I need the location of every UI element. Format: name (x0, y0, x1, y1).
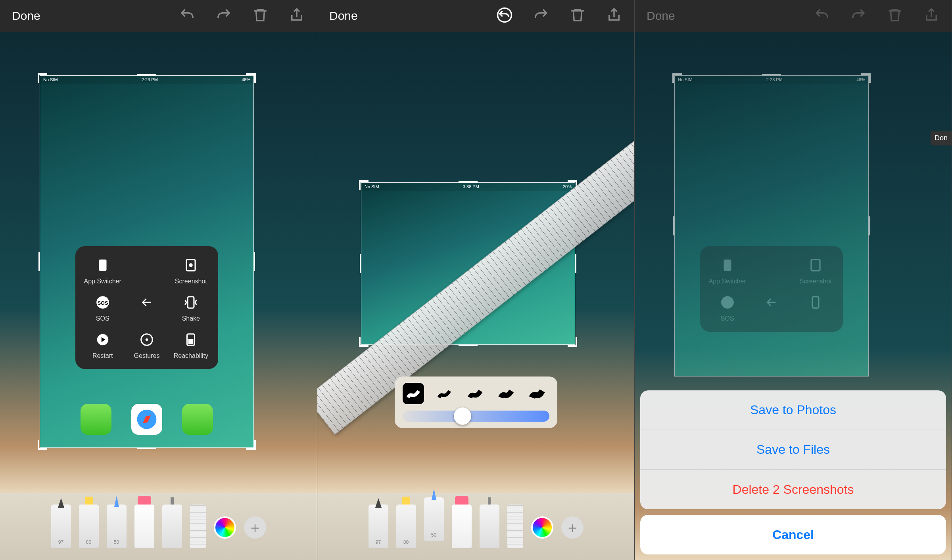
at-reachability[interactable]: Reachability (171, 330, 211, 359)
brush-style-4[interactable] (495, 383, 517, 404)
cancel-button[interactable]: Cancel (640, 515, 946, 554)
add-button[interactable]: ＋ (561, 516, 583, 539)
crop-handle[interactable] (38, 73, 47, 83)
markup-tool-tray: 97 80 50 ＋ (317, 493, 634, 560)
crop-handle[interactable] (459, 344, 478, 346)
pen-tool[interactable]: 97 (51, 505, 71, 548)
crop-handle[interactable] (359, 180, 369, 190)
lasso-tool[interactable] (162, 505, 182, 548)
brush-style-3[interactable] (464, 383, 486, 404)
done-button[interactable]: Done (12, 9, 40, 23)
undo-icon[interactable] (179, 7, 196, 25)
marker-tool[interactable]: 80 (79, 505, 99, 548)
toolbar: Done (635, 0, 952, 32)
toolbar: Done (317, 0, 634, 32)
svg-rect-5 (188, 297, 194, 308)
messages-app-icon (182, 404, 213, 435)
toolbar: Done (0, 0, 317, 32)
done-button[interactable]: Done (329, 9, 358, 23)
at-gestures[interactable]: Gestures (127, 330, 167, 359)
editor-canvas[interactable]: No SIM 3:38 PM 20% (317, 32, 634, 493)
svg-text:SOS: SOS (97, 300, 108, 306)
tool-num: 50 (424, 532, 444, 538)
screenshot-statusbar: No SIM 2:23 PM 46% (40, 76, 253, 84)
crop-handle[interactable] (137, 447, 156, 449)
markup-tool-tray: 97 80 50 ＋ (0, 493, 317, 560)
tool-num: 80 (79, 539, 99, 545)
ruler-tool[interactable] (507, 505, 523, 548)
slider-thumb[interactable] (454, 407, 471, 425)
crop-frame[interactable]: No SIM 2:23 PM 46% App Switcher Screensh… (40, 75, 254, 448)
crop-handle[interactable] (359, 337, 369, 347)
color-picker-button[interactable] (531, 516, 553, 539)
redo-icon (850, 7, 867, 25)
crop-handle (861, 73, 871, 83)
marker-tool[interactable]: 80 (396, 505, 416, 548)
redo-icon[interactable] (215, 7, 232, 25)
at-app-switcher[interactable]: App Switcher (83, 256, 123, 285)
at-shake[interactable]: Shake (171, 293, 211, 322)
done-button: Done (647, 9, 675, 23)
undo-icon[interactable] (496, 7, 513, 25)
at-restart[interactable]: Restart (83, 330, 123, 359)
at-screenshot[interactable]: Screenshot (171, 256, 211, 285)
redo-icon[interactable] (533, 7, 549, 25)
action-sheet-options: Save to Photos Save to Files Delete 2 Sc… (640, 390, 946, 509)
brush-style-2[interactable] (434, 383, 455, 404)
tool-num: 97 (51, 539, 71, 545)
svg-rect-14 (811, 260, 820, 271)
crop-handle[interactable] (137, 74, 156, 76)
at-back[interactable] (127, 293, 167, 322)
brush-style-1[interactable] (403, 383, 424, 404)
crop-handle[interactable] (360, 254, 361, 273)
crop-handle[interactable] (246, 73, 256, 83)
pen-tool[interactable]: 97 (369, 505, 388, 548)
screenshot-statusbar: No SIM 2:23 PM 46% (675, 76, 868, 84)
time-text: 2:23 PM (142, 77, 158, 82)
color-picker-button[interactable] (214, 516, 236, 539)
svg-rect-16 (812, 297, 819, 308)
lasso-tool[interactable] (480, 505, 499, 548)
tool-num: 80 (396, 539, 416, 545)
phone-app-icon (81, 404, 111, 435)
trash-icon[interactable] (252, 7, 269, 25)
crop-handle[interactable] (575, 254, 576, 273)
brush-style-5[interactable] (526, 383, 548, 404)
trash-icon (887, 7, 903, 25)
share-icon[interactable] (606, 7, 622, 25)
tool-num: 97 (369, 539, 388, 545)
eraser-tool[interactable] (134, 505, 154, 548)
save-to-photos-button[interactable]: Save to Photos (640, 390, 946, 430)
save-to-files-button[interactable]: Save to Files (640, 430, 946, 470)
toolbar-actions (179, 7, 305, 25)
crop-handle[interactable] (568, 337, 577, 347)
brush-size-slider[interactable] (403, 411, 549, 422)
assistive-touch-menu: App Switcher Screenshot SOS (700, 246, 843, 332)
trash-icon[interactable] (569, 7, 586, 25)
dock (40, 404, 253, 440)
share-icon (923, 7, 940, 25)
pencil-tool[interactable]: 50 (107, 505, 127, 548)
at-label: Restart (92, 352, 113, 359)
svg-rect-10 (188, 339, 194, 344)
editor-canvas[interactable]: No SIM 2:23 PM 46% App Switcher Screensh… (0, 32, 317, 493)
svg-point-15 (721, 296, 734, 309)
crop-handle[interactable] (459, 181, 478, 183)
ruler-tool[interactable] (190, 505, 206, 548)
crop-handle[interactable] (246, 440, 256, 450)
at-sos[interactable]: SOSSOS (83, 293, 123, 322)
delete-screenshots-button[interactable]: Delete 2 Screenshots (640, 470, 946, 509)
safari-app-icon (131, 404, 162, 435)
assistive-touch-menu[interactable]: App Switcher Screenshot SOSSOS Shake Res… (75, 246, 218, 369)
add-button[interactable]: ＋ (244, 516, 266, 539)
crop-handle[interactable] (38, 440, 47, 450)
svg-point-12 (498, 8, 512, 22)
crop-handle[interactable] (38, 252, 40, 271)
pencil-tool[interactable]: 50 (424, 497, 444, 541)
svg-point-8 (146, 338, 148, 341)
crop-handle[interactable] (253, 252, 255, 271)
share-icon[interactable] (288, 7, 305, 25)
screenshot-statusbar: No SIM 3:38 PM 20% (361, 183, 575, 191)
crop-handle (762, 74, 781, 76)
eraser-tool[interactable] (452, 505, 472, 548)
